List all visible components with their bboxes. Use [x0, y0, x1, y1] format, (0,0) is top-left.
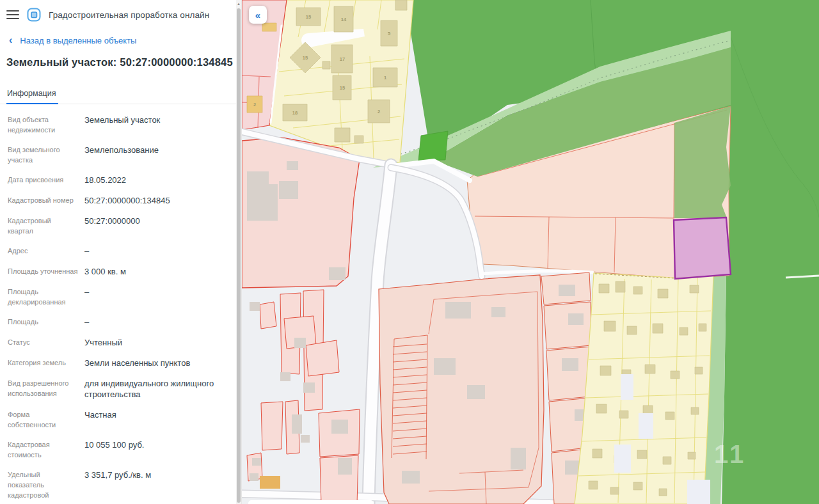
map-attribution-box — [248, 500, 374, 504]
info-value: 50:27:0000000 — [84, 216, 140, 236]
page-title: Земельный участок: 50:27:0000000:134845 — [6, 56, 235, 68]
scrollbar-thumb[interactable] — [237, 8, 241, 503]
gray-building — [279, 181, 298, 199]
sidebar-scrollbar[interactable]: ▲ — [236, 0, 241, 504]
app-title: Градостроительная проработка онлайн — [49, 10, 209, 20]
collapse-sidebar-button[interactable]: « — [249, 6, 267, 24]
park-square — [418, 131, 448, 161]
info-label: Кадастровая стоимость — [8, 439, 78, 460]
info-label: Кадастровый номер — [8, 195, 78, 206]
info-value: 3 351,7 руб./кв. м — [84, 469, 151, 504]
info-value: для индивидуального жилищного строительс… — [84, 378, 232, 400]
sidebar-header: Градостроительная проработка онлайн — [0, 0, 241, 22]
info-value: – — [84, 246, 89, 256]
info-label: Площадь декларированная — [8, 287, 78, 307]
info-row: Форма собственности Частная — [8, 409, 232, 430]
highlighted-parcel[interactable] — [674, 217, 731, 279]
green-overlay — [674, 106, 731, 218]
info-row: Вид разрешенного использования для индив… — [8, 378, 232, 400]
info-value: 50:27:0000000:134845 — [84, 195, 170, 206]
info-value: 18.05.2022 — [84, 175, 126, 185]
info-row: Вид объекта недвижимости Земельный участ… — [8, 114, 232, 135]
building-number: 18 — [292, 110, 298, 116]
building-number: 17 — [340, 56, 345, 62]
info-value: Земельный участок — [84, 114, 160, 135]
info-row: Площадь уточненная 3 000 кв. м — [8, 266, 232, 277]
building-number: 2 — [253, 102, 256, 107]
info-label: Вид объекта недвижимости — [8, 114, 78, 135]
app-logo-icon — [26, 7, 42, 22]
map-canvas[interactable]: 11 1514515171512182 — [242, 0, 819, 504]
orange-building — [260, 476, 280, 489]
info-sidebar: Градостроительная проработка онлайн ‹ На… — [0, 0, 242, 504]
back-chevron-icon: ‹ — [9, 35, 12, 45]
cadastral-map[interactable]: 11 1514515171512182 « — [242, 0, 819, 504]
collapse-chevrons-icon: « — [255, 10, 260, 20]
building-number: 15 — [340, 85, 345, 91]
info-row: Площадь декларированная – — [8, 287, 232, 307]
info-value: Учтенный — [84, 337, 122, 348]
scrollbar-up-icon[interactable]: ▲ — [236, 1, 241, 8]
info-label: Форма собственности — [8, 409, 78, 430]
menu-icon[interactable] — [6, 10, 19, 19]
info-list: Вид объекта недвижимости Земельный участ… — [0, 104, 241, 504]
info-label: Адрес — [8, 246, 78, 256]
info-label: Статус — [8, 337, 78, 348]
building-number: 15 — [306, 14, 311, 20]
tab-bar: Информация — [0, 84, 241, 104]
info-row: Кадастровый номер 50:27:0000000:134845 — [8, 195, 232, 206]
map-watermark: 11 — [714, 440, 746, 468]
building-number: 15 — [303, 55, 308, 61]
back-link[interactable]: ‹ Назад в выделенные объекты — [9, 35, 241, 45]
info-label: Вид разрешенного использования — [8, 378, 78, 400]
gray-building — [329, 267, 346, 280]
info-row: Кадастровый квартал 50:27:0000000 — [8, 216, 232, 236]
info-value: 3 000 кв. м — [84, 266, 126, 277]
info-row: Удельный показатель кадастровой стоимост… — [8, 469, 232, 504]
info-row: Кадастровая стоимость 10 055 100 руб. — [8, 439, 232, 460]
building-number: 2 — [378, 109, 380, 114]
info-row: Дата присвоения 18.05.2022 — [8, 175, 232, 185]
info-row: Адрес – — [8, 246, 232, 256]
info-value: – — [84, 287, 89, 307]
info-value: Частная — [84, 409, 116, 430]
info-row: Категория земель Земли населенных пункто… — [8, 358, 232, 368]
info-value: Землепользование — [84, 145, 159, 165]
yellow-zone-bottom — [575, 273, 713, 504]
info-label: Дата присвоения — [8, 175, 78, 185]
info-label: Площадь — [8, 317, 78, 327]
info-label: Вид земельного участка — [8, 145, 78, 165]
info-value: 10 055 100 руб. — [84, 439, 144, 460]
info-value: Земли населенных пунктов — [84, 358, 190, 368]
info-row: Статус Учтенный — [8, 337, 232, 348]
info-label: Площадь уточненная — [8, 266, 78, 277]
info-value: – — [84, 317, 89, 327]
info-label: Кадастровый квартал — [8, 216, 78, 236]
gray-building — [287, 161, 298, 170]
info-row: Площадь – — [8, 317, 232, 327]
building-number: 1 — [384, 75, 386, 81]
back-link-label: Назад в выделенные объекты — [20, 36, 136, 45]
tab-information[interactable]: Информация — [6, 84, 58, 104]
building-number: 14 — [341, 17, 347, 22]
info-label: Удельный показатель кадастровой стоимост… — [8, 469, 78, 504]
building-number: 5 — [388, 31, 390, 36]
info-row: Вид земельного участка Землепользование — [8, 145, 232, 165]
info-label: Категория земель — [8, 358, 78, 368]
